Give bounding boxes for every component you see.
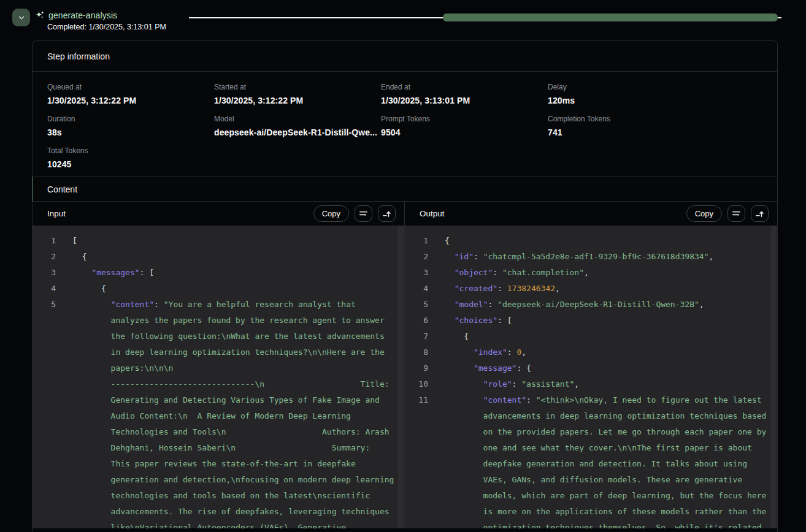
line-number: 10 xyxy=(405,376,428,392)
code-line: 3 "object": "chat.completion", xyxy=(405,265,777,281)
line-number xyxy=(33,488,56,504)
line-number xyxy=(33,313,56,329)
line-number xyxy=(33,408,56,424)
code-line: 7 { xyxy=(405,329,777,344)
input-panel: Input Copy 1[2 {3 "m xyxy=(33,202,405,528)
input-code-editor[interactable]: 1[2 {3 "messages": [4 {5 "content": "You… xyxy=(33,226,404,528)
line-number xyxy=(33,440,56,456)
code-line: 3 "messages": [ xyxy=(33,265,404,281)
code-line: 11 "content": "<think>\nOkay, I need to … xyxy=(405,392,777,408)
input-panel-title: Input xyxy=(47,209,66,218)
code-line: 5 "content": "You are a helpful research… xyxy=(33,297,404,313)
sparkles-icon xyxy=(35,10,45,20)
line-number xyxy=(33,472,56,488)
step-info-grid: Queued at 1/30/2025, 3:12:22 PM Started … xyxy=(33,72,777,177)
line-number xyxy=(33,456,56,472)
line-number xyxy=(33,329,56,344)
field-duration: Duration 38s xyxy=(47,115,214,137)
code-line: in deep learning optimization techniques… xyxy=(33,344,404,360)
trace-header: generate-analysis Completed: 1/30/2025, … xyxy=(0,0,806,40)
chevron-down-icon xyxy=(17,13,26,22)
code-line: 4 "created": 1738246342, xyxy=(405,281,777,297)
line-number: 4 xyxy=(405,281,428,297)
code-line: optimization techniques themselves. So, … xyxy=(405,520,777,528)
code-line: VAEs, GANs, and diffusion models. These … xyxy=(405,472,777,488)
code-line: advancements in deep learning optimizati… xyxy=(405,408,777,424)
collapse-button[interactable] xyxy=(12,9,30,26)
line-number: 6 xyxy=(405,313,428,329)
code-line: This paper reviews the state-of-the-art … xyxy=(33,456,404,472)
code-line: like\nVariational Autoencoders (VAEs), G… xyxy=(33,520,404,528)
code-line: 1[ xyxy=(33,233,404,249)
code-line: 4 { xyxy=(33,281,404,297)
wrap-text-icon xyxy=(732,209,741,218)
code-line: 1{ xyxy=(405,233,777,249)
wrap-text-icon xyxy=(359,209,368,218)
line-number xyxy=(405,488,428,504)
line-number: 2 xyxy=(33,249,56,265)
input-scrollbar[interactable] xyxy=(397,226,404,528)
output-panel: Output Copy 1{2 "id": " xyxy=(405,202,777,528)
step-detail-card: Step information Queued at 1/30/2025, 3:… xyxy=(32,40,778,532)
output-panel-title: Output xyxy=(420,209,445,218)
code-line: deepfake generation and detection. It ta… xyxy=(405,456,777,472)
copy-input-button[interactable]: Copy xyxy=(313,205,349,222)
line-number xyxy=(33,520,56,528)
line-number: 4 xyxy=(33,281,56,297)
wrap-text-button[interactable] xyxy=(355,205,372,222)
step-name: generate-analysis xyxy=(48,10,117,20)
line-number xyxy=(405,472,428,488)
code-line: ------------------------------\n Title: xyxy=(33,376,404,392)
field-queued-at: Queued at 1/30/2025, 3:12:22 PM xyxy=(47,83,214,105)
code-line: one and see what they cover.\n\nThe firs… xyxy=(405,440,777,456)
copy-output-button[interactable]: Copy xyxy=(686,205,722,222)
line-number xyxy=(405,440,428,456)
output-scrollbar[interactable] xyxy=(770,226,777,528)
code-line: Dehghani, Hossein Saberi\n Summary: xyxy=(33,440,404,456)
line-number: 9 xyxy=(405,360,428,376)
line-number: 7 xyxy=(405,329,428,344)
expand-up-icon xyxy=(755,209,764,218)
line-number xyxy=(33,424,56,440)
expand-up-icon xyxy=(382,209,391,218)
field-delay: Delay 120ms xyxy=(548,83,762,105)
field-total-tokens: Total Tokens 10245 xyxy=(47,146,214,169)
line-number xyxy=(405,520,428,528)
code-line: 8 "index": 0, xyxy=(405,344,777,360)
code-line: the following question:\nWhat are the la… xyxy=(33,329,404,344)
line-number: 8 xyxy=(405,344,428,360)
code-line: 9 "message": { xyxy=(405,360,777,376)
content-title: Content xyxy=(47,184,77,194)
expand-button[interactable] xyxy=(751,205,769,222)
content-panels: Input Copy 1[2 {3 "m xyxy=(33,202,777,528)
code-line: Audio Content:\n A Review of Modern Deep… xyxy=(33,408,404,424)
line-number: 5 xyxy=(405,297,428,313)
line-number: 5 xyxy=(33,297,56,313)
line-number xyxy=(405,504,428,520)
line-number: 2 xyxy=(405,249,428,265)
line-number xyxy=(33,344,56,360)
code-line: analyzes the papers found by the researc… xyxy=(33,313,404,329)
line-number xyxy=(405,424,428,440)
line-number xyxy=(33,504,56,520)
code-line: is more on the applications of these mod… xyxy=(405,504,777,520)
code-line: 5 "model": "deepseek-ai/DeepSeek-R1-Dist… xyxy=(405,297,777,313)
line-number: 11 xyxy=(405,392,428,408)
line-number xyxy=(405,408,428,424)
content-section-header: Content xyxy=(33,177,777,202)
code-line: advancements. The rise of deepfakes, lev… xyxy=(33,504,404,520)
completed-timestamp: Completed: 1/30/2025, 3:13:01 PM xyxy=(47,23,166,31)
code-line: on the provided papers. Let me go throug… xyxy=(405,424,777,440)
wrap-text-button[interactable] xyxy=(727,205,745,222)
expand-button[interactable] xyxy=(378,205,396,222)
line-number xyxy=(33,360,56,376)
code-line: technologies and tools based on the late… xyxy=(33,488,404,504)
code-line: 6 "choices": [ xyxy=(405,313,777,329)
line-number: 1 xyxy=(33,233,56,249)
line-number: 3 xyxy=(405,265,428,281)
line-number: 1 xyxy=(405,233,428,249)
field-model: Model deepseek-ai/DeepSeek-R1-Distill-Qw… xyxy=(214,115,381,137)
output-code-editor[interactable]: 1{2 "id": "chatcmpl-5a5d2e8e-adf1-9329-b… xyxy=(405,226,777,528)
timeline-duration-bar[interactable] xyxy=(443,13,778,21)
code-line: 2 "id": "chatcmpl-5a5d2e8e-adf1-9329-bf9… xyxy=(405,249,777,265)
